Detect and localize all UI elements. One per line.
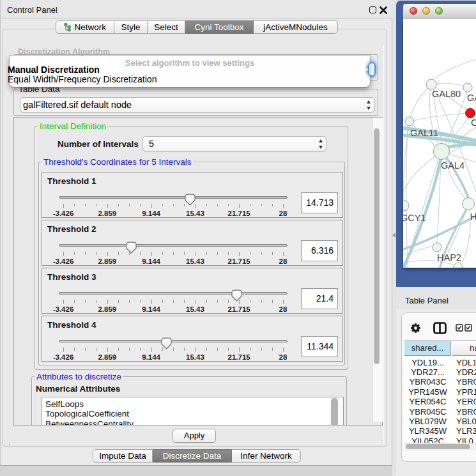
svg-text:H: H (470, 211, 476, 222)
svg-text:C: C (471, 118, 476, 128)
svg-text:GAL11: GAL11 (410, 128, 438, 138)
svg-text:HAP2: HAP2 (437, 252, 461, 263)
svg-text:GAL80: GAL80 (432, 89, 461, 99)
svg-text:GAL4: GAL4 (441, 160, 464, 171)
svg-text:GA: GA (467, 93, 476, 103)
svg-text:GCY1: GCY1 (403, 213, 426, 223)
